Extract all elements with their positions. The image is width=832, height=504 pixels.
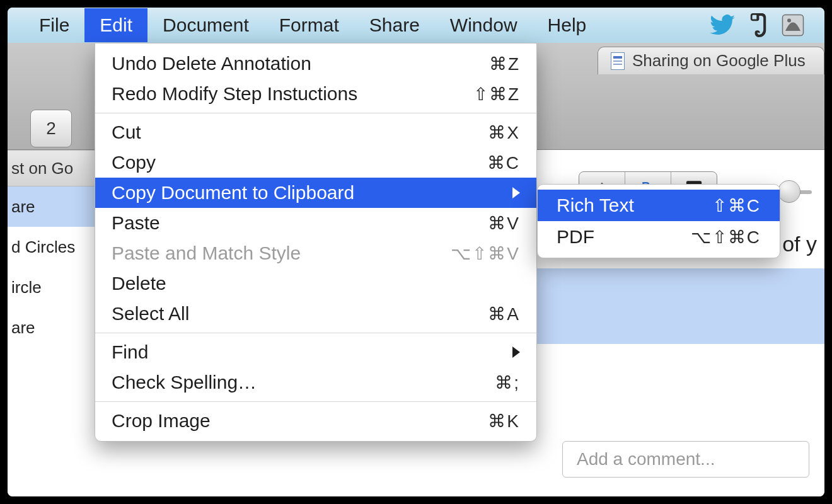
- menu-window[interactable]: Window: [435, 8, 533, 42]
- menu-item-label: Check Spelling…: [112, 372, 495, 393]
- sidebar-item-0[interactable]: are: [8, 186, 96, 227]
- sidebar-header: st on Go: [8, 150, 96, 186]
- menu-item-shortcut: ⌥⇧⌘V: [451, 243, 520, 264]
- comment-placeholder: Add a comment...: [577, 449, 715, 469]
- menu-item-label: Rich Text: [557, 195, 712, 216]
- copy-document-submenu: Rich Text⇧⌘CPDF⌥⇧⌘C: [537, 184, 780, 258]
- menu-item-shortcut: ⌘V: [488, 213, 520, 234]
- sidebar: st on Go are d Circles ircle are: [8, 150, 96, 496]
- menu-item-label: Paste and Match Style: [112, 243, 451, 264]
- edit-menu-item-9[interactable]: Select All⌘A: [95, 299, 536, 329]
- edit-menu-item-6[interactable]: Paste⌘V: [95, 208, 536, 238]
- menu-item-shortcut: ⌘C: [487, 152, 520, 173]
- zoom-slider-knob[interactable]: [778, 180, 800, 203]
- menu-item-shortcut: ⌘A: [488, 304, 520, 324]
- edit-menu-item-12[interactable]: Check Spelling…⌘;: [95, 367, 536, 398]
- menu-file[interactable]: File: [24, 8, 84, 42]
- edit-menu-item-8[interactable]: Delete: [95, 268, 536, 299]
- document-icon: [611, 52, 625, 70]
- twitter-icon[interactable]: [710, 14, 735, 36]
- edit-menu-item-0[interactable]: Undo Delete Annotation⌘Z: [95, 49, 536, 79]
- content-heading-fragment: of y: [782, 232, 817, 256]
- toolbar-step-button[interactable]: 2: [30, 110, 72, 147]
- edit-menu-item-14[interactable]: Crop Image⌘K: [95, 406, 536, 436]
- menu-item-shortcut: ⌘X: [488, 122, 520, 143]
- comment-input[interactable]: Add a comment...: [562, 441, 809, 478]
- submenu-arrow-icon: [512, 346, 520, 358]
- submenu-item-1[interactable]: PDF⌥⇧⌘C: [538, 221, 780, 253]
- sidebar-item-2[interactable]: ircle: [8, 267, 96, 307]
- edit-menu-item-11[interactable]: Find: [95, 337, 536, 367]
- edit-menu-item-4[interactable]: Copy⌘C: [95, 147, 536, 178]
- edit-menu: Undo Delete Annotation⌘ZRedo Modify Step…: [95, 43, 537, 442]
- menu-format[interactable]: Format: [264, 8, 354, 42]
- menu-item-shortcut: ⌘K: [488, 411, 520, 432]
- menu-item-label: Copy Document to Clipboard: [112, 182, 505, 203]
- edit-menu-item-5[interactable]: Copy Document to Clipboard: [95, 178, 536, 208]
- menu-document[interactable]: Document: [147, 8, 264, 42]
- menu-item-shortcut: ⌘;: [495, 372, 520, 393]
- sidebar-item-3[interactable]: are: [8, 307, 96, 348]
- edit-menu-item-3[interactable]: Cut⌘X: [95, 117, 536, 147]
- sidebar-item-1[interactable]: d Circles: [8, 227, 96, 267]
- menu-item-label: Copy: [112, 152, 487, 173]
- submenu-item-0[interactable]: Rich Text⇧⌘C: [538, 190, 780, 221]
- svg-point-1: [787, 19, 791, 23]
- submenu-arrow-icon: [512, 187, 520, 198]
- menu-share[interactable]: Share: [354, 8, 435, 42]
- menu-item-label: PDF: [557, 226, 691, 248]
- app-window: File Edit Document Format Share Window H…: [4, 4, 828, 500]
- status-icons: [710, 13, 808, 37]
- menu-item-label: Paste: [112, 212, 488, 234]
- menu-item-label: Select All: [112, 303, 488, 324]
- edit-menu-item-1[interactable]: Redo Modify Step Instuctions⇧⌘Z: [95, 79, 536, 109]
- document-tab[interactable]: Sharing on Google Plus: [598, 47, 824, 74]
- document-tab-title: Sharing on Google Plus: [632, 51, 806, 71]
- menu-edit[interactable]: Edit: [84, 8, 147, 42]
- menu-help[interactable]: Help: [533, 8, 602, 42]
- edit-menu-item-7: Paste and Match Style⌥⇧⌘V: [95, 238, 536, 268]
- menu-item-shortcut: ⇧⌘C: [712, 195, 761, 216]
- menu-item-label: Redo Modify Step Instuctions: [112, 83, 473, 105]
- menu-item-shortcut: ⇧⌘Z: [473, 84, 520, 105]
- menu-item-label: Undo Delete Annotation: [112, 53, 489, 74]
- menu-item-shortcut: ⌘Z: [489, 54, 520, 74]
- menu-item-label: Cut: [112, 122, 488, 143]
- menu-item-label: Delete: [112, 273, 520, 294]
- evernote-icon[interactable]: [748, 13, 769, 37]
- menu-item-shortcut: ⌥⇧⌘C: [691, 227, 761, 248]
- app-icon[interactable]: [782, 14, 804, 37]
- menu-item-label: Find: [112, 341, 505, 363]
- menu-item-label: Crop Image: [112, 410, 488, 432]
- menubar: File Edit Document Format Share Window H…: [8, 8, 824, 43]
